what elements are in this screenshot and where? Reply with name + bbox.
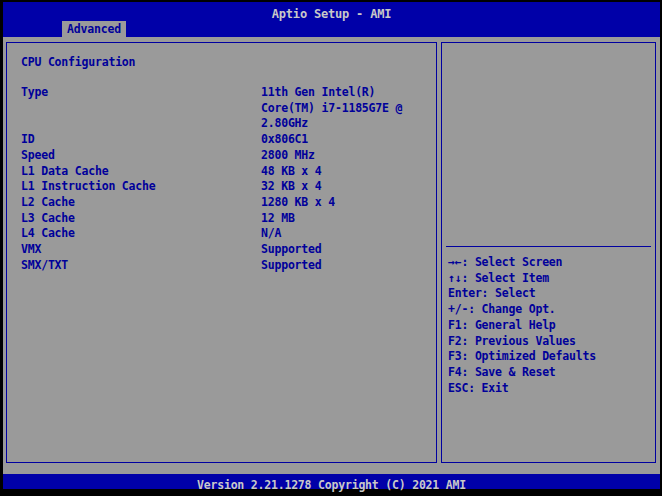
setting-row: Type 11th Gen Intel(R) Core(TM) i7-1185G… [21,85,430,132]
setting-label: ID [21,132,261,148]
setting-label: L1 Instruction Cache [21,179,261,195]
key-hint: →←: Select Screen [448,255,653,271]
setting-row: SMX/TXT Supported [21,258,430,274]
settings-rows: Type 11th Gen Intel(R) Core(TM) i7-1185G… [21,85,430,273]
setting-value: 48 KB x 4 [261,164,430,180]
key-hint: ↑↓: Select Item [448,271,653,287]
key-hint: +/-: Change Opt. [448,302,653,318]
key-hint: F3: Optimized Defaults [448,349,653,365]
help-divider [446,246,651,247]
key-hint: Enter: Select [448,286,653,302]
setting-label: SMX/TXT [21,258,261,274]
page-title: Aptio Setup - AMI [272,7,391,21]
settings-panel: CPU Configuration Type 11th Gen Intel(R)… [6,42,437,463]
setting-row: ID 0x806C1 [21,132,430,148]
setting-value: Supported [261,242,430,258]
key-hint: ESC: Exit [448,381,653,397]
version-text: Version 2.21.1278 Copyright (C) 2021 AMI [197,478,466,492]
setting-value: N/A [261,226,430,242]
setting-value: 11th Gen Intel(R) Core(TM) i7-1185G7E @ … [261,85,430,132]
key-hint: F4: Save & Reset [448,365,653,381]
setting-label: VMX [21,242,261,258]
key-hint-list: →←: Select Screen ↑↓: Select Item Enter:… [448,255,653,396]
setting-label: Type [21,85,261,101]
setting-label: L2 Cache [21,195,261,211]
setting-row: L1 Data Cache 48 KB x 4 [21,164,430,180]
setting-label: Speed [21,148,261,164]
setting-value: 1280 KB x 4 [261,195,430,211]
setting-label: L1 Data Cache [21,164,261,180]
key-hint: F1: General Help [448,318,653,334]
key-hint: F2: Previous Values [448,334,653,350]
help-panel: →←: Select Screen ↑↓: Select Item Enter:… [441,42,656,463]
setting-row: L2 Cache 1280 KB x 4 [21,195,430,211]
setting-value: 0x806C1 [261,132,430,148]
setting-label: L3 Cache [21,211,261,227]
setting-row: Speed 2800 MHz [21,148,430,164]
setting-row: L4 Cache N/A [21,226,430,242]
setting-value: 32 KB x 4 [261,179,430,195]
setting-row: L1 Instruction Cache 32 KB x 4 [21,179,430,195]
version-bar: Version 2.21.1278 Copyright (C) 2021 AMI [3,474,660,489]
setting-value: 12 MB [261,211,430,227]
main-area: CPU Configuration Type 11th Gen Intel(R)… [3,42,660,474]
section-title: CPU Configuration [21,54,135,70]
setting-label: L4 Cache [21,226,261,242]
setting-value: 2800 MHz [261,148,430,164]
setting-value: Supported [261,258,430,274]
setting-row: L3 Cache 12 MB [21,211,430,227]
setting-row: VMX Supported [21,242,430,258]
